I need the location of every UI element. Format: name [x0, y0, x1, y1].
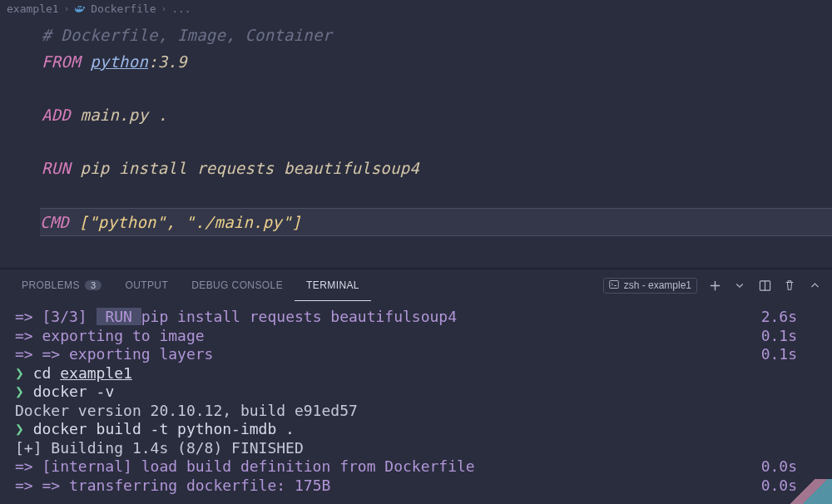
terminal-line: ❯ cd example1 [15, 364, 817, 383]
terminal-line: => [internal] load build definition from… [15, 457, 817, 477]
terminal-line: ❯ docker build -t python-imdb . [15, 420, 817, 439]
terminal-line: => [3/3] RUN pip install requests beauti… [15, 308, 817, 327]
terminal-line: ❯ docker -v [15, 383, 817, 402]
terminal-line: => exporting to image0.1s [15, 327, 817, 346]
code-line[interactable]: FROM python:3.9 [42, 48, 832, 75]
panel-actions: zsh - example1 [603, 278, 822, 294]
code-line[interactable]: CMD ["python", "./main.py"] [40, 208, 832, 236]
shell-label: zsh - example1 [624, 279, 691, 291]
code-line[interactable] [42, 128, 832, 155]
chevron-right-icon: › [64, 3, 70, 14]
code-line[interactable] [42, 75, 832, 101]
breadcrumb-trail: ... [171, 2, 191, 15]
chevron-right-icon: › [161, 3, 167, 14]
terminal-line: Docker version 20.10.12, build e91ed57 [15, 402, 817, 421]
code-line[interactable]: RUN pip install requests beautifulsoup4 [42, 155, 832, 181]
split-terminal-button[interactable] [757, 278, 772, 293]
problems-badge: 3 [85, 280, 102, 290]
new-terminal-button[interactable] [707, 278, 722, 293]
terminal-line: => => transferring dockerfile: 175B0.0s [15, 477, 817, 496]
terminal-line: [+] Building 1.4s (8/8) FINISHED [15, 439, 817, 458]
docker-icon [74, 2, 86, 14]
tab-debug-console[interactable]: DEBUG CONSOLE [180, 269, 295, 301]
code-line[interactable]: ADD main.py . [42, 101, 832, 128]
terminal-output[interactable]: => [3/3] RUN pip install requests beauti… [0, 301, 832, 495]
breadcrumb: example1 › Dockerfile › ... [0, 0, 832, 17]
shell-indicator[interactable]: zsh - example1 [603, 278, 697, 294]
code-line[interactable]: # Dockerfile, Image, Container [42, 22, 832, 48]
tab-problems[interactable]: PROBLEMS 3 [10, 269, 113, 301]
breadcrumb-file[interactable]: Dockerfile [91, 2, 156, 15]
code-editor[interactable]: # Dockerfile, Image, ContainerFROM pytho… [0, 17, 832, 236]
terminal-shell-icon [609, 279, 619, 292]
svg-rect-0 [609, 280, 618, 288]
code-line[interactable] [42, 181, 832, 208]
tab-output[interactable]: OUTPUT [113, 269, 180, 301]
breadcrumb-folder[interactable]: example1 [7, 2, 59, 15]
tab-terminal[interactable]: TERMINAL [295, 269, 371, 301]
chevron-down-icon[interactable] [732, 278, 747, 293]
chevron-up-icon[interactable] [807, 278, 822, 293]
trash-icon[interactable] [782, 278, 797, 293]
panel-tabs: PROBLEMS 3 OUTPUT DEBUG CONSOLE TERMINAL… [0, 269, 832, 301]
tab-problems-label: PROBLEMS [22, 279, 80, 291]
terminal-line: => => exporting layers0.1s [15, 345, 817, 364]
